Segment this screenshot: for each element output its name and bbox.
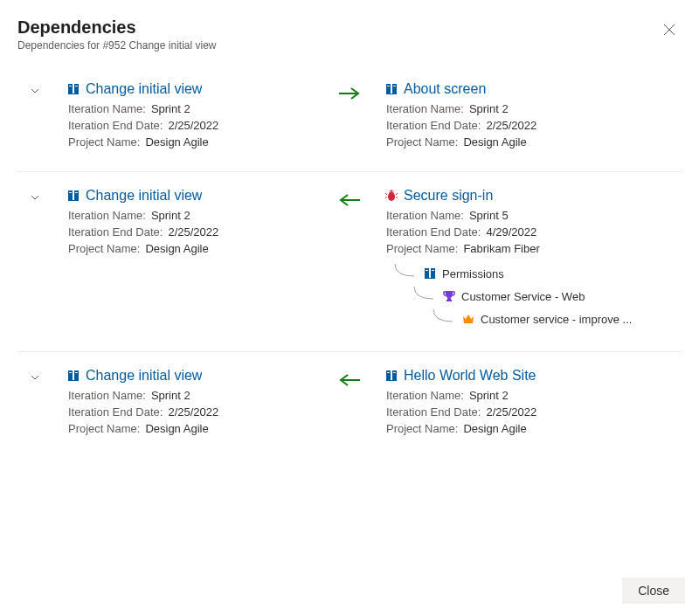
meta-label: Iteration End Date: (386, 405, 481, 419)
svg-point-12 (390, 191, 391, 193)
meta-label: Iteration End Date: (386, 119, 481, 132)
work-item-link[interactable]: Secure sign-in (404, 188, 493, 204)
meta-value: 2/25/2022 (168, 225, 218, 239)
meta-label: Iteration Name: (68, 102, 146, 115)
dependency-row: Change initial view Iteration Name:Sprin… (17, 172, 682, 352)
chevron-down-icon[interactable] (30, 191, 40, 332)
hierarchy-tree: Permissions Customer Service - Web Custo… (384, 264, 682, 329)
meta-label: Project Name: (386, 135, 458, 149)
tree-item[interactable]: Customer Service - Web (411, 287, 682, 306)
meta-value: Design Agile (145, 422, 208, 435)
svg-rect-19 (432, 270, 434, 271)
tree-item-label: Customer service - improve ... (481, 313, 632, 326)
meta-label: Iteration End Date: (68, 405, 163, 419)
book-icon (384, 82, 398, 96)
tree-item[interactable]: Permissions (391, 264, 682, 283)
svg-rect-20 (69, 372, 72, 373)
svg-rect-7 (69, 192, 72, 193)
tree-item-label: Customer Service - Web (461, 290, 585, 303)
work-item-link[interactable]: Change initial view (86, 368, 202, 384)
meta-label: Iteration Name: (386, 102, 464, 115)
predecessor-item: Change initial view Iteration Name:Sprin… (52, 81, 315, 152)
predecessor-item: Change initial view Iteration Name:Sprin… (52, 368, 315, 439)
meta-value: Sprint 2 (151, 102, 190, 115)
successor-item: Secure sign-in Iteration Name:Sprint 5 I… (384, 188, 682, 332)
close-button[interactable]: Close (622, 578, 685, 604)
dialog-header: Dependencies Dependencies for #952 Chang… (17, 17, 682, 52)
meta-value: Design Agile (145, 135, 208, 149)
arrow-left-icon (337, 371, 362, 439)
meta-value: 2/25/2022 (168, 119, 218, 132)
svg-rect-2 (69, 86, 72, 87)
meta-value: 2/25/2022 (486, 405, 536, 419)
meta-value: Design Agile (463, 135, 526, 149)
dialog-footer: Close (622, 578, 685, 604)
close-icon[interactable] (659, 19, 680, 40)
dialog-subtitle: Dependencies for #952 Change initial vie… (17, 39, 682, 52)
meta-label: Iteration End Date: (68, 225, 163, 239)
bug-icon (384, 189, 398, 203)
dependency-row: Change initial view Iteration Name:Sprin… (17, 66, 682, 172)
meta-label: Project Name: (68, 422, 140, 435)
svg-rect-21 (75, 372, 78, 373)
work-item-link[interactable]: Change initial view (86, 81, 202, 97)
tree-item-label: Permissions (442, 267, 504, 280)
svg-rect-8 (75, 192, 78, 193)
meta-label: Project Name: (386, 422, 458, 435)
meta-label: Iteration Name: (386, 389, 464, 402)
svg-rect-18 (426, 270, 428, 271)
meta-value: 4/29/2022 (486, 225, 536, 239)
chevron-down-icon[interactable] (30, 85, 40, 152)
dependency-list: Change initial view Iteration Name:Sprin… (17, 66, 682, 458)
tree-connector-icon (391, 264, 418, 283)
meta-label: Project Name: (386, 242, 458, 255)
meta-value: Fabrikam Fiber (463, 242, 539, 255)
meta-value: Design Agile (463, 422, 526, 435)
meta-value: Sprint 2 (151, 209, 190, 222)
predecessor-item: Change initial view Iteration Name:Sprin… (52, 188, 315, 332)
trophy-icon (442, 289, 456, 303)
dependency-row: Change initial view Iteration Name:Sprin… (17, 352, 682, 458)
meta-label: Iteration Name: (68, 389, 146, 402)
dependencies-dialog: Dependencies Dependencies for #952 Chang… (0, 0, 699, 616)
book-icon (384, 369, 398, 383)
svg-rect-5 (387, 86, 390, 87)
meta-value: Sprint 2 (469, 389, 509, 402)
book-icon (423, 266, 437, 280)
meta-label: Iteration End Date: (386, 225, 481, 239)
book-icon (66, 189, 80, 203)
meta-value: Sprint 5 (469, 209, 509, 222)
meta-value: Design Agile (145, 242, 208, 255)
book-icon (66, 82, 80, 96)
svg-rect-6 (393, 86, 396, 87)
arrow-left-icon (337, 191, 362, 332)
svg-line-14 (385, 193, 387, 195)
tree-connector-icon (430, 309, 456, 329)
work-item-link[interactable]: Hello World Web Site (404, 368, 536, 384)
work-item-link[interactable]: About screen (404, 81, 486, 97)
svg-rect-23 (387, 372, 390, 373)
meta-value: 2/25/2022 (486, 119, 536, 132)
tree-connector-icon (411, 287, 437, 306)
crown-icon (461, 312, 475, 326)
tree-item[interactable]: Customer service - improve ... (430, 309, 682, 329)
svg-rect-3 (75, 86, 78, 87)
chevron-down-icon[interactable] (30, 371, 40, 439)
meta-value: Sprint 2 (151, 389, 190, 402)
work-item-link[interactable]: Change initial view (86, 188, 202, 204)
meta-label: Iteration Name: (386, 209, 464, 222)
meta-label: Iteration End Date: (68, 119, 163, 132)
svg-rect-24 (393, 372, 396, 373)
successor-item: About screen Iteration Name:Sprint 2 Ite… (384, 81, 682, 152)
meta-label: Iteration Name: (68, 209, 146, 222)
arrow-right-icon (337, 85, 362, 152)
meta-value: Sprint 2 (469, 102, 509, 115)
dialog-title: Dependencies (17, 17, 682, 38)
meta-value: 2/25/2022 (168, 405, 218, 419)
svg-line-15 (396, 193, 398, 195)
svg-point-13 (392, 191, 394, 193)
meta-label: Project Name: (68, 242, 140, 255)
successor-item: Hello World Web Site Iteration Name:Spri… (384, 368, 682, 439)
meta-label: Project Name: (68, 135, 140, 149)
book-icon (66, 369, 80, 383)
